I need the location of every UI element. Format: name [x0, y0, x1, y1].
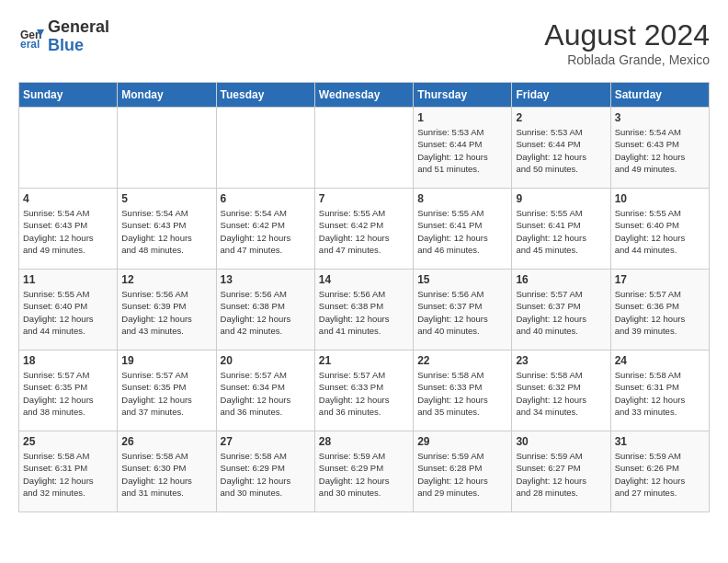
day-number: 23 [516, 354, 606, 367]
day-number: 5 [121, 192, 211, 205]
day-number: 14 [319, 273, 409, 286]
calendar-day-cell: 6Sunrise: 5:54 AM Sunset: 6:42 PM Daylig… [216, 189, 314, 270]
day-info: Sunrise: 5:58 AM Sunset: 6:31 PM Dayligh… [615, 369, 705, 418]
calendar-day-cell: 30Sunrise: 5:59 AM Sunset: 6:27 PM Dayli… [512, 431, 610, 512]
day-info: Sunrise: 5:55 AM Sunset: 6:41 PM Dayligh… [516, 207, 606, 256]
day-number: 31 [615, 435, 705, 448]
day-info: Sunrise: 5:57 AM Sunset: 6:36 PM Dayligh… [615, 288, 705, 337]
calendar-day-cell: 12Sunrise: 5:56 AM Sunset: 6:39 PM Dayli… [118, 270, 216, 350]
day-number: 30 [516, 435, 606, 448]
month-year-title: August 2024 [544, 18, 710, 52]
day-info: Sunrise: 5:57 AM Sunset: 6:37 PM Dayligh… [516, 288, 606, 337]
calendar-day-cell [118, 108, 216, 189]
day-info: Sunrise: 5:56 AM Sunset: 6:38 PM Dayligh… [221, 288, 311, 337]
calendar-day-cell: 23Sunrise: 5:58 AM Sunset: 6:32 PM Dayli… [512, 350, 610, 431]
calendar-day-cell: 29Sunrise: 5:59 AM Sunset: 6:28 PM Dayli… [414, 431, 512, 512]
weekday-header: Thursday [414, 83, 512, 108]
weekday-header-row: SundayMondayTuesdayWednesdayThursdayFrid… [19, 83, 710, 108]
calendar-week-row: 11Sunrise: 5:55 AM Sunset: 6:40 PM Dayli… [19, 270, 710, 350]
day-number: 19 [121, 354, 211, 367]
day-number: 10 [615, 192, 705, 205]
day-info: Sunrise: 5:54 AM Sunset: 6:43 PM Dayligh… [121, 207, 211, 256]
day-info: Sunrise: 5:58 AM Sunset: 6:33 PM Dayligh… [417, 369, 507, 418]
day-number: 11 [23, 273, 113, 286]
calendar-day-cell: 15Sunrise: 5:56 AM Sunset: 6:37 PM Dayli… [414, 270, 512, 350]
svg-text:eral: eral [20, 38, 40, 50]
calendar-day-cell: 20Sunrise: 5:57 AM Sunset: 6:34 PM Dayli… [216, 350, 314, 431]
calendar-day-cell: 21Sunrise: 5:57 AM Sunset: 6:33 PM Dayli… [314, 350, 413, 431]
day-info: Sunrise: 5:59 AM Sunset: 6:28 PM Dayligh… [417, 450, 507, 499]
calendar-day-cell: 28Sunrise: 5:59 AM Sunset: 6:29 PM Dayli… [314, 431, 413, 512]
calendar-week-row: 25Sunrise: 5:58 AM Sunset: 6:31 PM Dayli… [19, 431, 710, 512]
day-info: Sunrise: 5:56 AM Sunset: 6:37 PM Dayligh… [417, 288, 507, 337]
calendar-day-cell: 27Sunrise: 5:58 AM Sunset: 6:29 PM Dayli… [216, 431, 314, 512]
day-number: 3 [615, 111, 705, 124]
day-number: 16 [516, 273, 606, 286]
calendar-day-cell: 18Sunrise: 5:57 AM Sunset: 6:35 PM Dayli… [19, 350, 118, 431]
day-info: Sunrise: 5:54 AM Sunset: 6:42 PM Dayligh… [221, 207, 311, 256]
calendar-day-cell: 31Sunrise: 5:59 AM Sunset: 6:26 PM Dayli… [610, 431, 709, 512]
day-number: 12 [121, 273, 211, 286]
calendar-day-cell: 17Sunrise: 5:57 AM Sunset: 6:36 PM Dayli… [610, 270, 709, 350]
location-subtitle: Roblada Grande, Mexico [544, 52, 710, 67]
calendar-week-row: 4Sunrise: 5:54 AM Sunset: 6:43 PM Daylig… [19, 189, 710, 270]
day-number: 8 [417, 192, 507, 205]
weekday-header: Tuesday [216, 83, 314, 108]
day-info: Sunrise: 5:55 AM Sunset: 6:41 PM Dayligh… [417, 207, 507, 256]
calendar-day-cell: 24Sunrise: 5:58 AM Sunset: 6:31 PM Dayli… [610, 350, 709, 431]
day-number: 4 [23, 192, 113, 205]
day-info: Sunrise: 5:57 AM Sunset: 6:34 PM Dayligh… [221, 369, 311, 418]
day-number: 1 [417, 111, 507, 124]
day-number: 6 [221, 192, 311, 205]
logo: Gen eral General Blue [18, 18, 109, 55]
calendar-table: SundayMondayTuesdayWednesdayThursdayFrid… [18, 82, 710, 512]
day-info: Sunrise: 5:58 AM Sunset: 6:31 PM Dayligh… [23, 450, 113, 499]
calendar-day-cell: 7Sunrise: 5:55 AM Sunset: 6:42 PM Daylig… [314, 189, 413, 270]
day-number: 13 [221, 273, 311, 286]
day-info: Sunrise: 5:59 AM Sunset: 6:27 PM Dayligh… [516, 450, 606, 499]
day-number: 15 [417, 273, 507, 286]
calendar-week-row: 1Sunrise: 5:53 AM Sunset: 6:44 PM Daylig… [19, 108, 710, 189]
calendar-day-cell: 19Sunrise: 5:57 AM Sunset: 6:35 PM Dayli… [118, 350, 216, 431]
day-info: Sunrise: 5:58 AM Sunset: 6:29 PM Dayligh… [221, 450, 311, 499]
weekday-header: Monday [118, 83, 216, 108]
day-info: Sunrise: 5:55 AM Sunset: 6:40 PM Dayligh… [615, 207, 705, 256]
day-info: Sunrise: 5:53 AM Sunset: 6:44 PM Dayligh… [516, 126, 606, 175]
day-number: 9 [516, 192, 606, 205]
day-number: 7 [319, 192, 409, 205]
calendar-day-cell: 1Sunrise: 5:53 AM Sunset: 6:44 PM Daylig… [414, 108, 512, 189]
day-number: 2 [516, 111, 606, 124]
day-number: 27 [221, 435, 311, 448]
title-block: August 2024 Roblada Grande, Mexico [544, 18, 710, 67]
day-info: Sunrise: 5:59 AM Sunset: 6:29 PM Dayligh… [319, 450, 409, 499]
day-number: 25 [23, 435, 113, 448]
day-info: Sunrise: 5:55 AM Sunset: 6:40 PM Dayligh… [23, 288, 113, 337]
day-info: Sunrise: 5:54 AM Sunset: 6:43 PM Dayligh… [23, 207, 113, 256]
day-info: Sunrise: 5:55 AM Sunset: 6:42 PM Dayligh… [319, 207, 409, 256]
day-number: 24 [615, 354, 705, 367]
weekday-header: Friday [512, 83, 610, 108]
calendar-week-row: 18Sunrise: 5:57 AM Sunset: 6:35 PM Dayli… [19, 350, 710, 431]
calendar-day-cell: 2Sunrise: 5:53 AM Sunset: 6:44 PM Daylig… [512, 108, 610, 189]
day-number: 22 [417, 354, 507, 367]
calendar-day-cell: 14Sunrise: 5:56 AM Sunset: 6:38 PM Dayli… [314, 270, 413, 350]
weekday-header: Sunday [19, 83, 118, 108]
day-number: 17 [615, 273, 705, 286]
weekday-header: Wednesday [314, 83, 413, 108]
day-info: Sunrise: 5:56 AM Sunset: 6:38 PM Dayligh… [319, 288, 409, 337]
calendar-day-cell: 11Sunrise: 5:55 AM Sunset: 6:40 PM Dayli… [19, 270, 118, 350]
calendar-day-cell: 25Sunrise: 5:58 AM Sunset: 6:31 PM Dayli… [19, 431, 118, 512]
calendar-day-cell: 16Sunrise: 5:57 AM Sunset: 6:37 PM Dayli… [512, 270, 610, 350]
calendar-day-cell: 8Sunrise: 5:55 AM Sunset: 6:41 PM Daylig… [414, 189, 512, 270]
calendar-day-cell: 3Sunrise: 5:54 AM Sunset: 6:43 PM Daylig… [610, 108, 709, 189]
day-number: 26 [121, 435, 211, 448]
calendar-day-cell [19, 108, 118, 189]
day-number: 28 [319, 435, 409, 448]
day-number: 20 [221, 354, 311, 367]
calendar-day-cell: 9Sunrise: 5:55 AM Sunset: 6:41 PM Daylig… [512, 189, 610, 270]
logo-text: General Blue [48, 18, 109, 55]
calendar-day-cell: 5Sunrise: 5:54 AM Sunset: 6:43 PM Daylig… [118, 189, 216, 270]
day-info: Sunrise: 5:59 AM Sunset: 6:26 PM Dayligh… [615, 450, 705, 499]
day-info: Sunrise: 5:57 AM Sunset: 6:35 PM Dayligh… [121, 369, 211, 418]
calendar-day-cell: 13Sunrise: 5:56 AM Sunset: 6:38 PM Dayli… [216, 270, 314, 350]
